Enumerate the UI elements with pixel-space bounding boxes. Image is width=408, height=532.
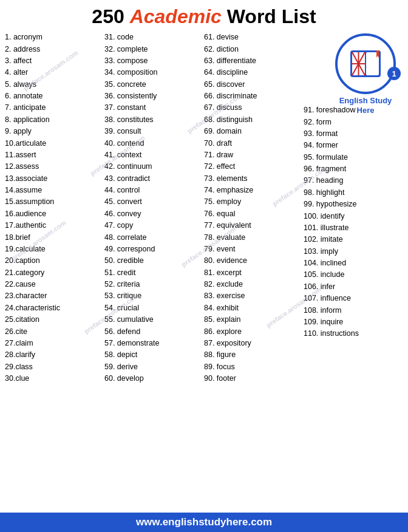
list-item: 11.assert xyxy=(5,149,104,161)
list-item: 84. exhibit xyxy=(204,302,304,314)
list-item: 63. differentiate xyxy=(204,55,304,67)
list-item: 45. convert xyxy=(104,196,204,208)
list-item: 21.category xyxy=(5,267,104,279)
list-item: 71. draw xyxy=(204,149,304,161)
list-item: 33. compose xyxy=(104,55,204,67)
list-item: 25.citation xyxy=(5,314,104,326)
list-item: 31. code xyxy=(104,32,204,43)
list-item: 81. excerpt xyxy=(204,267,304,279)
list-item: 83. exercise xyxy=(204,290,304,302)
list-item: 62. diction xyxy=(204,44,304,55)
column-2: 31. code32. complete33. compose34. compo… xyxy=(104,32,204,511)
list-item: 30.clue xyxy=(5,373,104,384)
list-item: 75. employ xyxy=(204,196,304,208)
list-item: 60. develop xyxy=(104,373,204,384)
list-item: 104. inclined xyxy=(304,257,403,269)
list-item: 98. highlight xyxy=(304,187,403,199)
academic-word: Academic xyxy=(130,5,222,27)
main-content: preface.arosam.com preface.arosam.com pr… xyxy=(0,30,408,513)
list-item: 35. concrete xyxy=(104,79,204,90)
list-item: 92. form xyxy=(304,117,403,128)
list-item: 10.articulate xyxy=(5,138,104,149)
list-item: 99. hypothesize xyxy=(304,199,403,210)
page-container: 250 Academic Word List preface.arosam.co… xyxy=(0,0,408,532)
list-item: 73. elements xyxy=(204,173,304,185)
list-item: 23.character xyxy=(5,290,104,302)
list-item: 93. format xyxy=(304,128,403,140)
list-item: 17.authentic xyxy=(5,220,104,231)
list-item: 15.assumption xyxy=(5,196,104,208)
list-item: 5. always xyxy=(5,79,104,90)
footer-url: www.englishstudyhere.com xyxy=(136,516,272,528)
list-item: 12.assess xyxy=(5,161,104,172)
list-item: 41. context xyxy=(104,149,204,161)
list-item: 14.assume xyxy=(5,185,104,196)
list-item: 103. imply xyxy=(304,246,403,257)
footer: www.englishstudyhere.com xyxy=(0,513,408,532)
list-item: 36. consistently xyxy=(104,90,204,102)
list-item: 3. affect xyxy=(5,55,104,67)
column-1: 1. acronym2. address3. affect4. alter5. … xyxy=(5,32,104,511)
list-item: 34. composition xyxy=(104,67,204,78)
page-header: 250 Academic Word List xyxy=(0,0,408,30)
list-item: 72. effect xyxy=(204,161,304,172)
list-item: 69. domain xyxy=(204,126,304,137)
list-item: 19.calculate xyxy=(5,244,104,255)
book-icon xyxy=(347,46,384,82)
list-item: 13.associate xyxy=(5,173,104,185)
list-item: 51. credit xyxy=(104,267,204,279)
list-item: 27.claim xyxy=(5,338,104,349)
list-item: 97. heading xyxy=(304,175,403,186)
list-item: 57. demonstrate xyxy=(104,338,204,349)
list-item: 48. correlate xyxy=(104,232,204,244)
list-item: 79. event xyxy=(204,244,304,255)
list-item: 65. discover xyxy=(204,79,304,90)
list-item: 109. inquire xyxy=(304,316,403,328)
list-item: 40. contend xyxy=(104,138,204,149)
list-item: 77. equivalent xyxy=(204,220,304,231)
list-item: 105. include xyxy=(304,269,403,281)
list-item: 52. criteria xyxy=(104,279,204,290)
page-title: 250 Academic Word List xyxy=(9,6,399,27)
list-item: 94. former xyxy=(304,140,403,151)
logo-text: English StudyHere xyxy=(339,96,392,115)
list-item: 44. control xyxy=(104,185,204,196)
list-item: 2. address xyxy=(5,44,104,55)
list-item: 9. apply xyxy=(5,126,104,137)
list-item: 82. exclude xyxy=(204,279,304,290)
list-item: 74. emphasize xyxy=(204,185,304,196)
list-item: 28.clarify xyxy=(5,349,104,361)
list-item: 32. complete xyxy=(104,44,204,55)
list-item: 110. instructions xyxy=(304,328,403,339)
list-item: 20.caption xyxy=(5,255,104,267)
list-item: 107. influence xyxy=(304,293,403,304)
list-item: 54. crucial xyxy=(104,302,204,314)
list-item: 86. explore xyxy=(204,326,304,338)
list-item: 87. expository xyxy=(204,338,304,349)
list-item: 16.audience xyxy=(5,208,104,220)
list-item: 59. derive xyxy=(104,361,204,373)
list-item: 101. illustrate xyxy=(304,222,403,234)
list-item: 53. critique xyxy=(104,290,204,302)
list-item: 108. inform xyxy=(304,305,403,316)
list-item: 90. footer xyxy=(204,373,304,384)
list-item: 50. credible xyxy=(104,255,204,267)
list-item: 46. convey xyxy=(104,208,204,220)
list-item: 85. explain xyxy=(204,314,304,326)
list-item: 42. continuum xyxy=(104,161,204,172)
list-item: 37. constant xyxy=(104,102,204,114)
list-item: 22.cause xyxy=(5,279,104,290)
list-item: 67. discuss xyxy=(204,102,304,114)
list-item: 80. evidence xyxy=(204,255,304,267)
list-item: 6. annotate xyxy=(5,90,104,102)
list-item: 70. draft xyxy=(204,138,304,149)
list-item: 18.brief xyxy=(5,232,104,244)
list-item: 49. correspond xyxy=(104,244,204,255)
list-item: 100. identify xyxy=(304,211,403,222)
list-item: 8. application xyxy=(5,114,104,126)
list-item: 61. devise xyxy=(204,32,304,43)
list-item: 4. alter xyxy=(5,67,104,78)
list-item: 56. defend xyxy=(104,326,204,338)
list-item: 26.cite xyxy=(5,326,104,338)
logo-circle xyxy=(335,33,396,94)
